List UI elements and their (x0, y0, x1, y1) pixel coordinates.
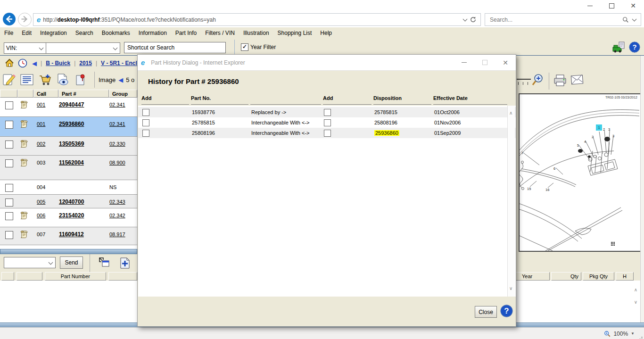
zoom-in-icon[interactable] (531, 73, 545, 87)
group-number[interactable]: 08.900 (109, 160, 125, 165)
menu-item-information[interactable]: Information (134, 30, 171, 36)
table-row[interactable]: 0071160941208.917 (0, 227, 137, 245)
dialog-help-icon[interactable]: ? (500, 305, 513, 317)
new-window-icon[interactable] (99, 257, 111, 268)
close-button[interactable]: Close (475, 306, 497, 318)
shopping-column-header[interactable] (1, 272, 14, 281)
scroll-up-icon[interactable]: ∧ (509, 110, 512, 116)
vin-select[interactable]: VIN: (4, 42, 46, 54)
history-add-checkbox[interactable] (142, 119, 149, 126)
table-row[interactable]: 0012094044702.341 (0, 98, 137, 117)
shortcut-search-input[interactable]: Shortcut or Search (124, 42, 226, 53)
search-dropdown-icon[interactable] (632, 17, 637, 22)
part-number-link[interactable]: 13505369 (59, 141, 84, 147)
refresh-icon[interactable] (470, 16, 477, 23)
menu-item-integration[interactable]: Integration (36, 30, 71, 36)
parts-column-header[interactable]: Group (109, 90, 137, 98)
parts-column-header[interactable] (17, 90, 33, 98)
call-number[interactable]: 002 (37, 141, 45, 147)
table-row[interactable]: 0021350536902.330 (0, 137, 137, 156)
group-number[interactable]: 02.341 (109, 121, 125, 127)
list-view-icon[interactable] (18, 71, 36, 88)
parts-column-header[interactable] (0, 90, 17, 98)
search-box[interactable]: Search... (485, 13, 641, 26)
scroll-down-icon[interactable]: ∨ (509, 286, 512, 291)
resize-grip[interactable] (641, 337, 643, 338)
zoom-control[interactable]: 100% ▼ (604, 328, 635, 339)
search-icon[interactable] (622, 17, 629, 23)
history-clock-icon[interactable] (18, 58, 27, 68)
parts-column-header[interactable]: Call (33, 90, 58, 98)
call-number[interactable]: 005 (37, 199, 45, 205)
dialog-titlebar[interactable]: e Part History Dialog - Internet Explore… (138, 55, 516, 71)
part-notes-icon[interactable] (19, 140, 28, 148)
part-notes-icon[interactable] (19, 158, 28, 166)
menu-item-edit[interactable]: Edit (17, 30, 36, 36)
main-vscrollbar[interactable] (640, 56, 644, 322)
group-number[interactable]: 02.342 (109, 213, 125, 218)
dialog-maximize-button[interactable] (474, 55, 495, 70)
parts-table-hscrollbar[interactable] (0, 249, 137, 254)
pin-note-icon[interactable] (72, 71, 90, 88)
history-add-checkbox[interactable] (142, 109, 149, 116)
call-number[interactable]: 001 (37, 121, 45, 127)
table-row[interactable]: 0012593686002.341 (0, 117, 137, 137)
image-prev-icon[interactable]: ◀ (118, 76, 123, 83)
url-dropdown-icon[interactable] (463, 17, 468, 22)
menu-item-file[interactable]: File (0, 30, 17, 36)
row-checkbox[interactable] (5, 184, 13, 192)
group-number[interactable]: 02.341 (109, 102, 125, 107)
send-button[interactable]: Send (60, 256, 83, 269)
part-number-link[interactable]: 23154020 (59, 212, 84, 219)
zoom-dropdown-icon[interactable]: ▼ (631, 331, 635, 336)
parts-column-header[interactable]: Part # (58, 90, 109, 98)
shopping-column-header[interactable] (17, 272, 42, 281)
row-checkbox[interactable] (5, 121, 13, 129)
highlighted-callout[interactable]: 1 (596, 124, 602, 131)
part-notes-icon[interactable] (19, 120, 28, 128)
row-checkbox[interactable] (5, 198, 13, 207)
row-checkbox[interactable] (5, 101, 13, 109)
send-target-select[interactable] (4, 257, 56, 268)
forward-button[interactable] (18, 13, 32, 26)
email-icon[interactable] (570, 74, 585, 86)
menu-item-filters-vin[interactable]: Filters / VIN (201, 30, 239, 36)
window-close-button[interactable]: ✕ (622, 0, 644, 11)
dialog-vscrollbar[interactable]: ∧ ∨ (507, 106, 515, 298)
result-column-header[interactable]: Qty (551, 272, 581, 281)
part-number-link[interactable]: 11609412 (59, 231, 84, 238)
call-number[interactable]: 006 (37, 213, 45, 218)
part-illustration[interactable]: TR02-105 03/23/2012 (519, 93, 641, 252)
url-bar[interactable]: e http://desktop-l09qrhf:351/PQMace/root… (33, 13, 481, 26)
vin-value-select[interactable] (46, 42, 120, 54)
table-row[interactable]: 0051204070002.343 (0, 195, 137, 208)
zoom-slider[interactable] (517, 79, 531, 80)
scroll-down-icon[interactable]: ∨ (634, 299, 637, 305)
part-notes-icon[interactable] (19, 230, 28, 238)
illustration-grid-icon[interactable] (611, 241, 615, 246)
back-button[interactable] (3, 13, 16, 25)
dialog-close-button[interactable]: ✕ (495, 55, 516, 70)
shopping-column-header[interactable]: Part Number (45, 272, 107, 281)
breadcrumb-link[interactable]: 2015 (79, 60, 92, 66)
history-add-checkbox[interactable] (142, 130, 149, 137)
table-row[interactable]: 0081529818302.480 (0, 245, 137, 249)
print-icon[interactable] (553, 74, 567, 87)
menu-item-bookmarks[interactable]: Bookmarks (98, 30, 134, 36)
home-icon[interactable] (5, 58, 14, 68)
add-to-cart-icon[interactable] (36, 71, 54, 88)
menu-item-search[interactable]: Search (71, 30, 98, 36)
menu-item-help[interactable]: Help (316, 30, 336, 36)
row-checkbox[interactable] (5, 159, 13, 167)
result-column-header[interactable]: H (616, 272, 634, 281)
breadcrumb-back-icon[interactable]: ◀ (32, 60, 37, 67)
add-document-icon[interactable] (119, 257, 131, 269)
history-add-checkbox[interactable] (324, 109, 331, 116)
result-column-header[interactable]: Year (515, 272, 550, 281)
table-row[interactable]: 0062315402002.342 (0, 208, 137, 227)
row-checkbox[interactable] (5, 231, 13, 239)
row-checkbox[interactable] (5, 141, 13, 149)
history-add-checkbox[interactable] (324, 119, 331, 126)
call-number[interactable]: 001 (37, 102, 45, 107)
preview-document-icon[interactable] (54, 71, 72, 88)
